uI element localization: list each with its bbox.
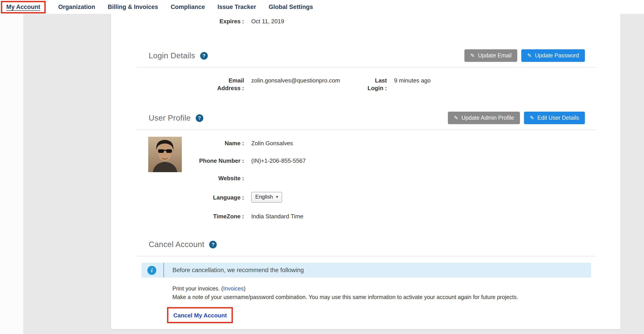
name-value: Zolin Gonsalves [251, 139, 293, 147]
chevron-down-icon: ▾ [276, 193, 278, 201]
user-profile-section: Name : Zolin Gonsalves Phone Number : (I… [111, 130, 620, 220]
edit-icon: ✎ [470, 53, 475, 58]
cancel-account-header: Cancel Account ? [149, 238, 585, 251]
expires-value: Oct 11, 2019 [251, 18, 284, 25]
cancel-account-title: Cancel Account [149, 240, 204, 249]
cancellation-info-alert: i Before cancellation, we recommend the … [142, 263, 591, 277]
edit-icon: ✎ [530, 115, 534, 121]
tab-global-settings[interactable]: Global Settings [269, 3, 313, 11]
info-icon: i [147, 266, 156, 275]
expires-label: Expires : [111, 18, 244, 25]
tab-issue-tracker[interactable]: Issue Tracker [218, 3, 256, 11]
email-address-value: zolin.gonsalves@questionpro.com [251, 77, 361, 84]
timezone-label: TimeZone : [111, 212, 244, 220]
note-line: Make a note of your username/password co… [172, 293, 591, 302]
divider [136, 67, 596, 68]
page-body: Expires : Oct 11, 2019 Login Details ? ✎… [0, 14, 644, 334]
edit-icon: ✎ [454, 115, 458, 121]
top-nav: My Account Organization Billing & Invoic… [0, 0, 644, 14]
last-login-label: Last Login : [361, 77, 387, 92]
alert-title: Before cancellation, we recommend the fo… [172, 267, 304, 273]
language-row: Language : English ▾ [111, 192, 620, 203]
settings-panel: Expires : Oct 11, 2019 Login Details ? ✎… [111, 14, 620, 329]
tab-organization[interactable]: Organization [58, 3, 95, 11]
alert-separator [164, 263, 164, 277]
phone-value: (IN)+1-206-855-5567 [251, 157, 306, 165]
invoice-line: Print your invoices. (Invoices) [172, 285, 591, 293]
edit-user-details-button[interactable]: ✎ Edit User Details [524, 112, 585, 124]
update-email-button[interactable]: ✎ Update Email [464, 49, 517, 62]
language-label: Language : [111, 193, 244, 201]
help-icon[interactable]: ? [200, 52, 208, 59]
timezone-row: TimeZone : India Standard Time [111, 212, 620, 220]
phone-row: Phone Number : (IN)+1-206-855-5567 [111, 157, 620, 165]
cancel-instructions: Print your invoices. (Invoices) Make a n… [172, 285, 591, 302]
left-gutter [23, 14, 111, 334]
annotation-box-my-account: My Account [1, 1, 46, 13]
tab-billing-invoices[interactable]: Billing & Invoices [108, 3, 158, 11]
last-login-value: 9 minutes ago [394, 77, 430, 84]
help-icon[interactable]: ? [209, 240, 217, 248]
timezone-value: India Standard Time [251, 212, 304, 220]
login-details-header: Login Details ? ✎ Update Email ✎ Update … [149, 49, 585, 62]
user-profile-header: User Profile ? ✎ Update Admin Profile ✎ … [149, 112, 585, 124]
right-gutter [620, 14, 644, 334]
update-admin-profile-button[interactable]: ✎ Update Admin Profile [448, 112, 520, 124]
login-details-title: Login Details [149, 51, 195, 60]
edit-icon: ✎ [527, 53, 532, 58]
user-profile-title: User Profile [149, 113, 191, 123]
profile-photo [148, 137, 182, 172]
language-select[interactable]: English ▾ [251, 192, 282, 203]
annotation-box-cancel-account: Cancel My Account [167, 307, 233, 323]
name-row: Name : Zolin Gonsalves [111, 139, 620, 147]
invoices-link[interactable]: Invoices [223, 285, 244, 292]
page: My Account Organization Billing & Invoic… [0, 0, 644, 334]
divider [136, 256, 596, 256]
website-row: Website : [111, 174, 620, 182]
expires-row: Expires : Oct 11, 2019 [111, 14, 620, 25]
left-strip [0, 14, 23, 334]
tab-compliance[interactable]: Compliance [171, 3, 205, 11]
cancel-my-account-link[interactable]: Cancel My Account [173, 312, 227, 319]
website-label: Website : [111, 174, 244, 182]
update-password-button[interactable]: ✎ Update Password [522, 49, 585, 62]
email-address-label: Email Address : [111, 77, 244, 92]
help-icon[interactable]: ? [196, 114, 203, 122]
tab-my-account[interactable]: My Account [6, 3, 40, 10]
email-row: Email Address : zolin.gonsalves@question… [111, 77, 620, 92]
